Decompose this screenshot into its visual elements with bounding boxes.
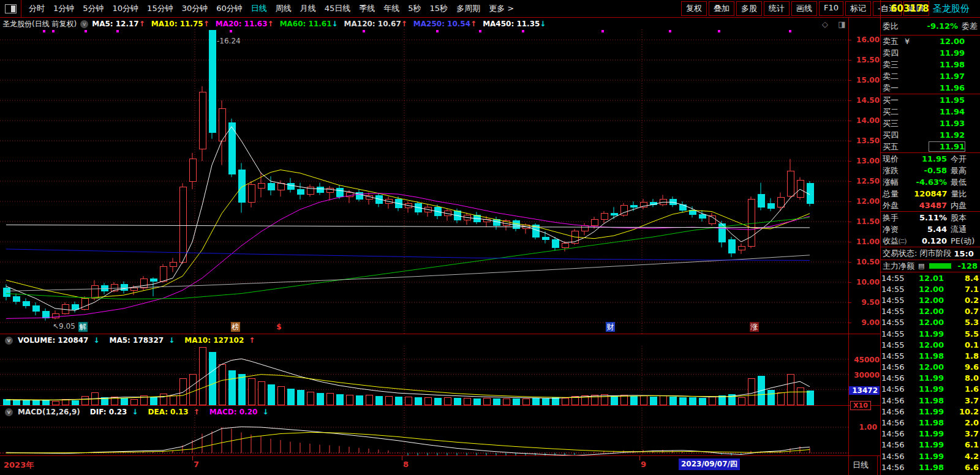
info-label: 外盘 <box>883 200 914 211</box>
ma-value: MA250: 10.54↑ <box>413 20 477 28</box>
trade-row[interactable]: 14:5611.993.7 <box>880 428 980 439</box>
trade-row[interactable]: 14:5611.983.7 <box>880 395 980 406</box>
bid-row[interactable]: 买一11.95 <box>880 94 980 106</box>
axis-tick <box>848 100 851 101</box>
trade-volume: 0.7 <box>944 307 979 316</box>
ask-row[interactable]: 卖二11.97 <box>880 70 980 82</box>
trade-row[interactable]: 14:5611.996.1 <box>880 439 980 451</box>
timeframe-30分钟[interactable]: 30分钟 <box>178 3 213 14</box>
event-marker-榜[interactable]: 榜 <box>231 322 240 332</box>
event-marker-解[interactable]: 解 <box>78 322 88 332</box>
trade-row[interactable]: 14:5611.998.0 <box>880 373 980 384</box>
ask-book: 卖五¥12.00卖四11.99卖三11.98卖二11.97卖一11.96 <box>880 36 980 94</box>
trade-row[interactable]: 14:5512.000.2 <box>880 294 980 305</box>
trade-row[interactable]: 14:5512.007.1 <box>880 283 980 294</box>
chevron-down-icon[interactable]: v <box>80 20 88 28</box>
trade-price: 11.99 <box>910 329 944 338</box>
trade-row[interactable]: 14:5612.009.6 <box>880 362 980 373</box>
trade-row[interactable]: 14:5512.000.1 <box>880 339 980 350</box>
bid-row[interactable]: 买二11.94 <box>880 106 980 118</box>
timeframe-5分钟[interactable]: 5分钟 <box>78 3 108 14</box>
timeframe-10分钟[interactable]: 10分钟 <box>108 3 143 14</box>
info-label: 总量 <box>883 189 914 200</box>
button-画线[interactable]: 画线 <box>791 1 817 16</box>
trade-time: 14:56 <box>881 362 910 372</box>
timeframe-5秒[interactable]: 5秒 <box>404 3 425 14</box>
trade-price: 12.00 <box>910 340 944 350</box>
timeframe-季线[interactable]: 季线 <box>355 3 379 14</box>
ma-values: MA5: 12.17↑MA10: 11.75↑MA20: 11.63↑MA60:… <box>92 20 552 28</box>
chart-corner-icons[interactable]: ◇ ◨ <box>822 20 849 29</box>
timeframe-分时[interactable]: 分时 <box>24 3 49 14</box>
button-复权[interactable]: 复权 <box>681 1 707 16</box>
main-flow-row: 主力净额 ▤ -128 <box>880 260 980 272</box>
trade-row[interactable]: 14:5511.981.8 <box>880 350 980 361</box>
timeframe-更多 >[interactable]: 更多 > <box>484 3 518 14</box>
info-value: 5.44 <box>914 225 947 234</box>
trade-status-row: 交易状态: 闭市阶段 15:0 <box>880 247 980 260</box>
trade-volume: 5.5 <box>944 329 979 338</box>
trade-time: 14:55 <box>881 351 910 361</box>
ma-value: MA60: 11.61↓ <box>280 20 338 28</box>
trade-row[interactable]: 14:5611.994.2 <box>880 451 980 462</box>
trade-row[interactable]: 14:5511.995.5 <box>880 328 980 339</box>
bid-book: 买一11.95买二11.94买三11.93买四11.92买五11.91 <box>880 94 980 152</box>
button-统计[interactable]: 统计 <box>764 1 790 16</box>
ask-row[interactable]: 卖三11.98 <box>880 59 980 70</box>
book-price: 11.93 <box>929 119 965 128</box>
ask-row[interactable]: 卖五¥12.00 <box>880 36 980 47</box>
event-marker-$[interactable]: $ <box>274 322 284 332</box>
event-marker-涨[interactable]: 涨 <box>750 322 759 332</box>
last-volume-box: 13472 <box>849 386 880 395</box>
timeframe-月线[interactable]: 月线 <box>296 3 320 14</box>
book-price: 11.94 <box>929 107 965 116</box>
timeframe-45日线[interactable]: 45日线 <box>320 3 355 14</box>
bid-row[interactable]: 买五11.91 <box>880 141 980 152</box>
trade-row[interactable]: 14:5611.982.0 <box>880 417 980 428</box>
quote-info-2: 换手5.11%股本净资5.44流通收益㈡0.120PE(动) <box>880 212 980 247</box>
button-多股[interactable]: 多股 <box>736 1 762 16</box>
trade-row[interactable]: 14:5611.986.6 <box>880 462 980 473</box>
timeframe-多周期[interactable]: 多周期 <box>452 3 484 14</box>
timeframe-15分钟[interactable]: 15分钟 <box>143 3 178 14</box>
ask-row[interactable]: 卖四11.99 <box>880 47 980 59</box>
ask-row[interactable]: 卖一11.96 <box>880 82 980 94</box>
timeframe-1分钟[interactable]: 1分钟 <box>49 3 78 14</box>
button-叠加[interactable]: 叠加 <box>709 1 734 16</box>
signal-dot <box>363 30 365 32</box>
quote-panel: 委比 -9.12% 委差 卖五¥12.00卖四11.99卖三11.98卖二11.… <box>880 17 980 475</box>
trade-row[interactable]: 14:5512.000.7 <box>880 306 980 317</box>
timeframe-60分钟[interactable]: 60分钟 <box>212 3 247 14</box>
candlestick-chart[interactable] <box>0 29 848 334</box>
trade-time: 14:56 <box>881 407 910 416</box>
bid-row[interactable]: 买四11.92 <box>880 129 980 141</box>
timeframe-日线[interactable]: 日线 <box>247 3 271 14</box>
book-label: 买三 <box>883 118 905 129</box>
book-price: 11.98 <box>929 60 965 69</box>
chart-title: 圣龙股份(日线 前复权) <box>2 19 77 29</box>
signal-dot <box>601 30 604 32</box>
trade-row[interactable]: 14:5512.018.4 <box>880 272 980 283</box>
timeframe-年线[interactable]: 年线 <box>379 3 404 14</box>
bid-row[interactable]: 买三11.93 <box>880 118 980 129</box>
timeframe-15秒[interactable]: 15秒 <box>426 3 453 14</box>
timeframe-周线[interactable]: 周线 <box>271 3 296 14</box>
trade-row[interactable]: 14:5611.9910.2 <box>880 406 980 417</box>
trade-time: 14:55 <box>881 307 910 316</box>
indicator-value: MACD: 0.20↓ <box>209 408 274 416</box>
button-标记[interactable]: 标记 <box>845 1 871 16</box>
book-label: 卖四 <box>883 48 905 59</box>
info-row: 收益㈡0.120PE(动) <box>880 235 980 247</box>
trade-volume: 6.6 <box>944 463 979 472</box>
trade-price: 11.99 <box>910 429 944 438</box>
trade-time: 14:56 <box>881 429 910 438</box>
chevron-down-icon[interactable]: v <box>5 408 13 416</box>
event-marker-财[interactable]: 财 <box>606 322 615 332</box>
chevron-down-icon[interactable]: v <box>5 337 13 345</box>
list-icon[interactable]: ▤ <box>918 262 924 270</box>
trade-row[interactable]: 14:5611.991.6 <box>880 384 980 395</box>
window-split-icon[interactable] <box>5 4 17 13</box>
button-F10[interactable]: F10 <box>819 1 843 16</box>
tick-trade-list[interactable]: 14:5512.018.414:5512.007.114:5512.000.21… <box>880 272 980 473</box>
trade-row[interactable]: 14:5512.005.3 <box>880 317 980 328</box>
